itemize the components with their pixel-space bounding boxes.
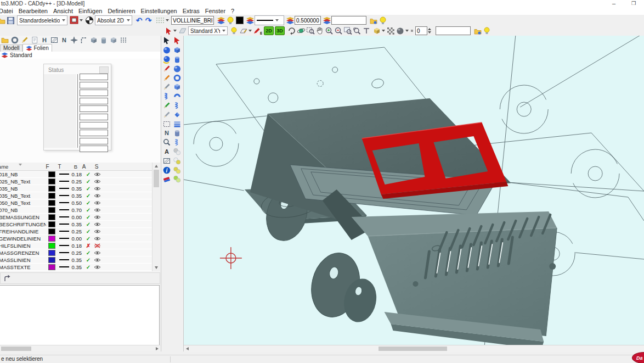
menu-item-0[interactable]: Datei xyxy=(0,8,16,15)
solid-tube-icon[interactable] xyxy=(172,129,182,138)
layer-linetype[interactable] xyxy=(58,174,70,175)
menu-item-8[interactable]: ? xyxy=(228,8,237,15)
layer-color-swatch[interactable] xyxy=(46,250,58,256)
draw-path-icon[interactable] xyxy=(162,64,172,73)
layer-linetype[interactable] xyxy=(58,188,70,189)
model-canvas[interactable] xyxy=(184,36,644,345)
layer-linetype[interactable] xyxy=(58,245,70,246)
folder-tools-icon[interactable] xyxy=(473,26,482,35)
status-field[interactable] xyxy=(80,138,108,144)
layer-row[interactable]: 018_NB0.18✓ xyxy=(0,171,152,178)
orbit-sphere-icon[interactable] xyxy=(162,55,172,64)
status-window-button[interactable] xyxy=(99,66,109,74)
layer-row[interactable]: GEWINDELINIEN0.00✓ xyxy=(0,235,152,242)
layer-visibility-toggle[interactable] xyxy=(94,265,108,270)
tab-folien[interactable]: Folien xyxy=(22,44,52,52)
render-textured-icon[interactable] xyxy=(172,175,182,184)
layer-row[interactable]: BEMASSUNGEN0.00✓ xyxy=(0,214,152,221)
scroll-down-icon[interactable] xyxy=(155,266,158,269)
layer-active-toggle[interactable]: ✓ xyxy=(83,221,94,227)
scroll-right-icon[interactable] xyxy=(156,347,159,350)
layer-active-toggle[interactable]: ✓ xyxy=(83,228,94,234)
status-field[interactable] xyxy=(80,146,108,152)
info-icon[interactable]: i xyxy=(162,165,172,175)
selection-color-dropdown[interactable] xyxy=(80,19,83,21)
layer-table-header[interactable]: Name F T B A S xyxy=(0,163,152,171)
hatch-box-icon[interactable] xyxy=(49,36,59,44)
layers-apply-icon[interactable] xyxy=(216,16,225,25)
zoom-window-icon[interactable] xyxy=(306,26,315,35)
layer-active-toggle[interactable]: ✓ xyxy=(83,264,94,270)
layer-visibility-toggle[interactable] xyxy=(94,172,108,177)
layer-row[interactable]: 035_NB_Text0.35✓ xyxy=(0,192,152,199)
layer-row[interactable]: MASSGRENZEN0.25✓ xyxy=(0,249,152,256)
linestyle-name-input[interactable] xyxy=(171,16,214,25)
scrollbar-thumb[interactable] xyxy=(154,170,159,187)
checker-grid-icon[interactable] xyxy=(386,26,396,35)
solid-cylinder-icon[interactable] xyxy=(172,55,182,64)
status-field[interactable] xyxy=(80,82,108,88)
layer-active-toggle[interactable]: ✓ xyxy=(83,236,94,242)
layer-active-toggle[interactable]: ✓ xyxy=(83,257,94,263)
scrollbar-thumb[interactable] xyxy=(379,347,447,351)
zoom-in-icon[interactable] xyxy=(324,26,334,35)
layer-visibility-toggle[interactable] xyxy=(94,229,108,234)
layer-linetype[interactable] xyxy=(58,224,70,225)
status-field[interactable] xyxy=(80,90,108,96)
linewidth-input[interactable] xyxy=(295,16,321,25)
menu-item-7[interactable]: Fenster xyxy=(202,8,228,15)
solid-shell-icon[interactable] xyxy=(172,92,182,101)
tree-root-label[interactable]: Standard xyxy=(10,52,32,58)
solid-torus-icon[interactable] xyxy=(172,73,182,82)
status-field[interactable] xyxy=(80,130,108,136)
layer-linetype[interactable] xyxy=(58,209,70,210)
menu-item-1[interactable]: Bearbeiten xyxy=(16,8,50,15)
pencil-icon[interactable] xyxy=(162,73,172,82)
eraser-icon[interactable] xyxy=(162,175,172,184)
layer-visibility-toggle[interactable] xyxy=(94,222,108,227)
layer-visibility-toggle[interactable] xyxy=(94,236,108,241)
layer-state-icon[interactable] xyxy=(10,36,20,44)
redo-icon[interactable]: ↷ xyxy=(144,16,153,25)
layer-row[interactable]: FREIHANDLINIE0.25✓ xyxy=(0,228,152,235)
layer-row[interactable]: HILFSLINIEN0.18✗ xyxy=(0,242,152,249)
layer-active-toggle[interactable]: ✓ xyxy=(83,200,94,206)
magnifier-gear-icon[interactable] xyxy=(162,138,172,147)
view-name-input[interactable] xyxy=(436,26,471,35)
maximize-button[interactable]: ❒ xyxy=(625,0,642,8)
text-edit-icon[interactable]: H xyxy=(39,36,49,44)
tab-modell[interactable]: Modell xyxy=(0,44,22,52)
layer-linetype[interactable] xyxy=(58,181,70,182)
layer-visibility-toggle[interactable] xyxy=(94,243,108,248)
scrollbar-thumb[interactable] xyxy=(1,347,31,351)
layer-row[interactable]: 070_NB0.70✓ xyxy=(0,206,152,214)
text-style-icon[interactable]: A xyxy=(162,147,172,157)
origin-cross-icon[interactable] xyxy=(69,36,79,44)
layer-active-toggle[interactable]: ✓ xyxy=(83,178,94,185)
select-3d-arrow-icon[interactable] xyxy=(172,36,182,46)
bulb-icon[interactable] xyxy=(378,16,387,25)
layer-linetype[interactable] xyxy=(58,231,70,232)
select-arrow-dropdown[interactable] xyxy=(173,30,177,32)
copy-box-icon[interactable] xyxy=(89,36,99,44)
layer-color-swatch[interactable] xyxy=(46,228,58,234)
layer-active-toggle[interactable]: ✓ xyxy=(83,186,94,192)
solid-helix-icon[interactable] xyxy=(172,101,182,110)
layer-visibility-toggle[interactable] xyxy=(94,179,108,184)
layer-active-toggle[interactable]: ✓ xyxy=(83,214,94,220)
dashed-rect-icon[interactable] xyxy=(162,119,172,129)
open-folder-icon[interactable] xyxy=(0,16,6,25)
plane-edit-dropdown[interactable] xyxy=(248,30,252,32)
panel-hscrollbar[interactable] xyxy=(0,345,160,351)
layer-color-swatch[interactable] xyxy=(46,236,58,242)
coordinate-mode-combo[interactable]: Absolut 2D xyxy=(95,15,132,25)
status-field[interactable] xyxy=(80,122,108,129)
compass-icon[interactable] xyxy=(84,16,94,25)
viewport-hscrollbar[interactable] xyxy=(184,345,644,352)
layer-visibility-toggle[interactable] xyxy=(94,186,108,191)
solid-stack-icon[interactable] xyxy=(172,119,182,129)
status-field[interactable] xyxy=(80,98,108,104)
spinner-arrows[interactable] xyxy=(428,28,431,33)
layers-width-icon[interactable] xyxy=(285,16,295,25)
car-model[interactable] xyxy=(245,98,557,345)
